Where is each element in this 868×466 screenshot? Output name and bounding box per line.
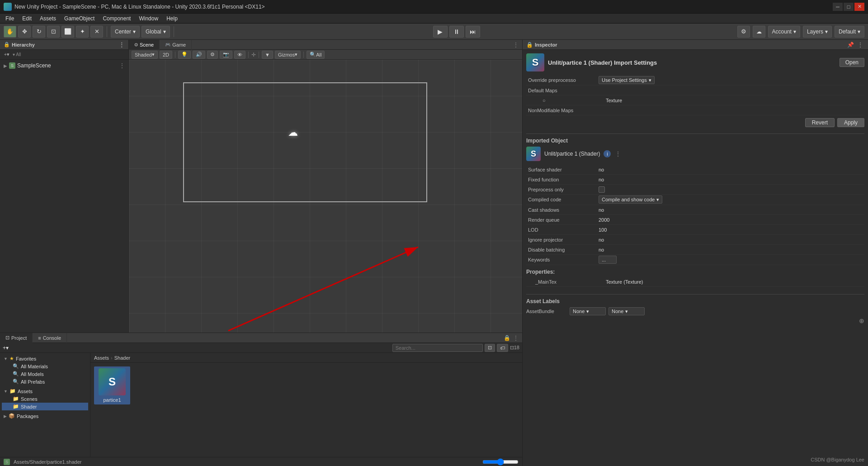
crosshair-icon[interactable]: ✛ bbox=[251, 52, 256, 58]
shader-item[interactable]: 📁 Shader bbox=[2, 403, 88, 410]
scene-name: SampleScene bbox=[17, 62, 51, 69]
scene-menu-icon[interactable]: ⋮ bbox=[119, 62, 125, 69]
all-models-item[interactable]: 🔍 All Models bbox=[2, 370, 88, 378]
menu-assets[interactable]: Assets bbox=[36, 14, 60, 23]
console-tab-label: Console bbox=[43, 335, 61, 341]
asset-labels-section: Asset Labels AssetBundle None ▾ None ▾ ⊕ bbox=[526, 294, 864, 324]
rect-tool-button[interactable]: ⬜ bbox=[61, 26, 74, 38]
effects-button[interactable]: ⚙ bbox=[207, 51, 218, 59]
menu-component[interactable]: Component bbox=[99, 14, 134, 23]
lighting-button[interactable]: 💡 bbox=[178, 51, 191, 59]
scene-tab[interactable]: ⊙ Scene bbox=[129, 40, 160, 50]
labels-add-icon[interactable]: ⊕ bbox=[859, 317, 864, 324]
more-icon[interactable]: ⋮ bbox=[614, 150, 622, 157]
game-tab[interactable]: 🎮 Game bbox=[160, 40, 192, 50]
keywords-dropdown[interactable]: ... bbox=[599, 256, 617, 264]
hierarchy-menu-icon[interactable]: ⋮ bbox=[118, 41, 125, 48]
window-controls[interactable]: ─ □ ✕ bbox=[833, 3, 864, 11]
menu-edit[interactable]: Edit bbox=[19, 14, 35, 23]
collab-icon[interactable]: ⚙ bbox=[737, 26, 750, 38]
nonmodifiable-maps-row: NonModifiable Maps bbox=[526, 105, 864, 115]
shading-mode-label: Shaded bbox=[135, 52, 152, 57]
project-tab[interactable]: ⊡ Project bbox=[0, 333, 33, 343]
global-dropdown[interactable]: Global ▾ bbox=[142, 26, 170, 38]
search-all-button[interactable]: 🔍 All bbox=[307, 51, 325, 59]
scenes-folder-icon: 📁 bbox=[13, 396, 19, 402]
move-tool-button[interactable]: ✥ bbox=[18, 26, 31, 38]
project-search-input[interactable] bbox=[392, 344, 483, 352]
maximize-button[interactable]: □ bbox=[844, 3, 854, 11]
scene-item[interactable]: ▶ S SampleScene ⋮ bbox=[2, 62, 127, 70]
layers-dropdown[interactable]: Layers ▾ bbox=[803, 26, 832, 38]
asset-bundle-value1-dropdown[interactable]: None ▾ bbox=[570, 307, 606, 315]
apply-button[interactable]: Apply bbox=[837, 118, 864, 127]
scene-more-icon[interactable]: ⋮ bbox=[509, 42, 522, 48]
all-models-search-icon: 🔍 bbox=[13, 371, 19, 377]
zoom-slider[interactable] bbox=[482, 458, 519, 466]
packages-section: ▶ 📦 Packages bbox=[2, 412, 88, 420]
close-button[interactable]: ✕ bbox=[854, 3, 864, 11]
custom-tool-button[interactable]: ✕ bbox=[90, 26, 103, 38]
audio-button[interactable]: 🔊 bbox=[193, 51, 205, 59]
all-prefabs-item[interactable]: 🔍 All Prefabs bbox=[2, 378, 88, 385]
status-path: Assets/Shader/partice1.shader bbox=[14, 459, 81, 465]
all-materials-item[interactable]: 🔍 All Materials bbox=[2, 362, 88, 370]
disable-batching-value: no bbox=[599, 247, 864, 252]
override-preprocessor-dropdown[interactable]: Use Project Settings ▾ bbox=[599, 76, 655, 84]
inspector-more-button[interactable]: ⋮ bbox=[856, 41, 864, 49]
layout-dropdown[interactable]: Default ▾ bbox=[835, 26, 864, 38]
extra1-button[interactable]: 👁 bbox=[234, 51, 245, 59]
scenes-item[interactable]: 📁 Scenes bbox=[2, 395, 88, 403]
menu-window[interactable]: Window bbox=[135, 14, 162, 23]
console-tab[interactable]: ≡ Console bbox=[33, 333, 67, 343]
2d-toggle-button[interactable]: 2D bbox=[160, 51, 172, 59]
center-dropdown[interactable]: Center ▾ bbox=[111, 26, 140, 38]
scene-tab-label: Scene bbox=[140, 42, 154, 48]
project-toolbar-right: 🔒 ⋮ bbox=[500, 335, 522, 341]
menu-help[interactable]: Help bbox=[163, 14, 181, 23]
texture-radio-icon: ○ bbox=[533, 98, 606, 103]
pause-button[interactable]: ⏸ bbox=[449, 26, 464, 38]
all-prefabs-label: All Prefabs bbox=[21, 379, 45, 385]
minimize-button[interactable]: ─ bbox=[833, 3, 843, 11]
view-type-button[interactable]: ▼ bbox=[262, 51, 273, 59]
hand-tool-button[interactable]: ✋ bbox=[4, 26, 16, 38]
camera-button[interactable]: 📷 bbox=[220, 51, 232, 59]
global-arrow: ▾ bbox=[163, 29, 166, 35]
shading-mode-button[interactable]: Shaded ▾ bbox=[132, 51, 158, 59]
cloud-button[interactable]: ☁ bbox=[753, 26, 765, 38]
search-filter1-button[interactable]: ⊡ bbox=[485, 344, 495, 352]
favorites-label: Favorites bbox=[16, 356, 36, 361]
packages-item[interactable]: ▶ 📦 Packages bbox=[2, 412, 88, 420]
revert-button[interactable]: Revert bbox=[805, 118, 835, 127]
menu-gameobject[interactable]: GameObject bbox=[61, 14, 98, 23]
step-button[interactable]: ⏭ bbox=[466, 26, 480, 38]
asset-bundle-value2-dropdown[interactable]: None ▾ bbox=[609, 307, 645, 315]
play-button[interactable]: ▶ bbox=[433, 26, 448, 38]
hierarchy-add-button[interactable]: +▾ bbox=[2, 51, 12, 59]
transform-tool-button[interactable]: ✦ bbox=[76, 26, 89, 38]
compiled-code-dropdown[interactable]: Compile and show code ▾ bbox=[599, 195, 662, 204]
project-add-button[interactable]: +▾ bbox=[3, 345, 9, 351]
search-filter2-button[interactable]: 🏷 bbox=[497, 344, 508, 352]
breadcrumb-shader: Shader bbox=[114, 355, 130, 361]
account-dropdown[interactable]: Account ▾ bbox=[768, 26, 800, 38]
preprocess-only-checkbox[interactable] bbox=[599, 186, 605, 193]
surface-shader-value: no bbox=[599, 167, 864, 172]
all-materials-search-icon: 🔍 bbox=[13, 363, 19, 369]
project-settings-icon[interactable]: ⋮ bbox=[513, 335, 519, 341]
scale-tool-button[interactable]: ⊡ bbox=[47, 26, 60, 38]
asset-icon-large: S bbox=[526, 53, 544, 71]
rotate-tool-button[interactable]: ↻ bbox=[33, 26, 45, 38]
gizmos-button[interactable]: Gizmos ▾ bbox=[275, 51, 301, 59]
inspector-pin-button[interactable]: 📌 bbox=[846, 41, 854, 49]
project-lock-icon[interactable]: 🔒 bbox=[504, 335, 510, 341]
hierarchy-toolbar: +▾ ▾ All bbox=[0, 50, 128, 60]
info-icon[interactable]: i bbox=[604, 150, 611, 157]
assets-root-item[interactable]: ▼ 📁 Assets bbox=[2, 387, 88, 395]
open-button[interactable]: Open bbox=[840, 58, 864, 67]
menu-file[interactable]: File bbox=[2, 14, 18, 23]
partice1-asset[interactable]: S partice1 bbox=[94, 366, 130, 404]
favorites-item[interactable]: ▼ ★ Favorites bbox=[2, 355, 88, 362]
imported-obj-icon: S bbox=[526, 147, 541, 161]
